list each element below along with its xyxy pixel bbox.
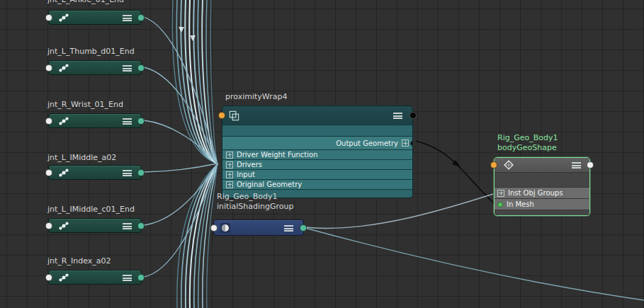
bodygeoshape-node[interactable]: Inst Obj Groups In Mesh bbox=[494, 157, 590, 216]
attr-row-inst-obj-groups[interactable]: Inst Obj Groups bbox=[495, 188, 589, 198]
expand-port-icon[interactable] bbox=[402, 139, 409, 147]
output-port[interactable] bbox=[137, 118, 145, 125]
proximitywrap-node[interactable]: Output Geometry Driver Weight Function D… bbox=[222, 105, 413, 198]
node-label: jnt_L_Ankle_01_End bbox=[47, 0, 124, 5]
deformer-icon bbox=[228, 110, 240, 122]
node-input-port[interactable] bbox=[490, 161, 497, 169]
output-port[interactable] bbox=[137, 64, 145, 72]
menu-icon[interactable] bbox=[393, 113, 402, 119]
attr-row-in-mesh[interactable]: In Mesh bbox=[495, 199, 589, 210]
joint-icon bbox=[58, 13, 69, 23]
node-footer bbox=[495, 210, 589, 215]
input-port[interactable] bbox=[210, 224, 218, 232]
node-label: jnt_R_Index_a02 bbox=[47, 256, 111, 266]
expand-port-icon[interactable] bbox=[226, 181, 233, 188]
joint-node-jnt-l-imiddle-c[interactable] bbox=[48, 218, 142, 233]
input-port[interactable] bbox=[45, 169, 52, 176]
expand-port-icon[interactable] bbox=[226, 161, 233, 169]
node-label: bodyGeoShape bbox=[497, 143, 557, 153]
node-label: Rig_Geo_Body1 bbox=[497, 133, 558, 143]
input-port[interactable] bbox=[45, 118, 52, 125]
expand-port-icon[interactable] bbox=[226, 171, 233, 178]
wire-sg-sweep-offscreen[interactable] bbox=[305, 228, 644, 300]
input-port[interactable] bbox=[45, 14, 52, 21]
attr-row-driver-weight-function[interactable]: Driver Weight Function bbox=[222, 150, 412, 159]
node-label: jnt_R_Wrist_01_End bbox=[47, 100, 123, 110]
joint-output-wires[interactable] bbox=[144, 17, 217, 277]
output-geometry-port[interactable] bbox=[410, 141, 412, 146]
menu-icon[interactable] bbox=[572, 162, 581, 169]
node-output-port[interactable] bbox=[409, 112, 417, 119]
joint-icon bbox=[58, 116, 69, 126]
output-port[interactable] bbox=[300, 224, 307, 232]
joint-node-jnt-l-thumb[interactable] bbox=[48, 60, 142, 75]
joint-icon bbox=[58, 273, 69, 283]
attr-row-output-geometry[interactable]: Output Geometry bbox=[222, 137, 412, 149]
input-port[interactable] bbox=[45, 222, 52, 229]
node-input-port[interactable] bbox=[218, 112, 225, 119]
menu-icon[interactable] bbox=[123, 223, 132, 229]
joint-node-jnt-l-imiddle-a[interactable] bbox=[48, 165, 142, 180]
output-port[interactable] bbox=[137, 274, 145, 281]
mesh-icon bbox=[503, 159, 514, 171]
node-body-strip bbox=[222, 125, 412, 136]
input-port[interactable] bbox=[45, 64, 52, 72]
input-port[interactable] bbox=[45, 274, 52, 281]
node-label: proximityWrap4 bbox=[225, 92, 287, 102]
attr-row-input[interactable]: Input bbox=[222, 170, 412, 179]
wire-bundle-bottom[interactable] bbox=[177, 164, 218, 308]
node-label: jnt_L_Thumb_d01_End bbox=[47, 47, 135, 57]
in-mesh-port[interactable] bbox=[497, 202, 503, 207]
attr-label: Drivers bbox=[237, 161, 262, 169]
menu-icon[interactable] bbox=[123, 15, 132, 21]
node-editor-canvas[interactable]: jnt_L_Ankle_01_End jnt_L_Thumb_d01_End j… bbox=[0, 0, 644, 308]
attr-row-drivers[interactable]: Drivers bbox=[222, 160, 412, 169]
joint-icon bbox=[58, 221, 69, 231]
node-label: initialShadingGroup bbox=[217, 202, 293, 212]
attr-label: Inst Obj Groups bbox=[508, 189, 563, 197]
menu-icon[interactable] bbox=[123, 65, 132, 72]
joint-node-jnt-r-wrist[interactable] bbox=[48, 113, 142, 128]
attr-label: In Mesh bbox=[507, 200, 534, 208]
menu-icon[interactable] bbox=[123, 170, 132, 176]
attr-label: Original Geometry bbox=[237, 181, 302, 188]
output-port[interactable] bbox=[137, 222, 145, 229]
shading-group-node[interactable] bbox=[213, 219, 304, 236]
wire-sg-to-instobjgroups[interactable] bbox=[305, 194, 493, 228]
joint-icon bbox=[58, 168, 69, 178]
expand-port-icon[interactable] bbox=[226, 152, 233, 159]
output-port[interactable] bbox=[137, 14, 145, 21]
joint-node-jnt-l-ankle[interactable] bbox=[48, 10, 142, 25]
joint-icon bbox=[58, 63, 69, 73]
attr-label: Driver Weight Function bbox=[237, 151, 318, 159]
shading-group-icon bbox=[220, 222, 231, 234]
proximitywrap-header[interactable] bbox=[222, 106, 412, 125]
attr-row-original-geometry[interactable]: Original Geometry bbox=[222, 180, 412, 189]
expand-port-icon[interactable] bbox=[497, 190, 504, 197]
attr-label: Input bbox=[237, 171, 255, 178]
menu-icon[interactable] bbox=[284, 225, 293, 232]
attr-label: Output Geometry bbox=[336, 139, 398, 147]
output-port[interactable] bbox=[137, 169, 145, 176]
menu-icon[interactable] bbox=[123, 275, 132, 281]
node-label: jnt_L_IMiddle_a02 bbox=[47, 153, 116, 163]
bodygeoshape-header[interactable] bbox=[495, 158, 589, 172]
node-label: Rig_Geo_Body1 bbox=[217, 192, 277, 202]
node-body-strip bbox=[495, 173, 589, 187]
wire-outputgeometry-to-inmesh[interactable] bbox=[416, 141, 495, 204]
menu-icon[interactable] bbox=[123, 118, 132, 125]
node-output-port[interactable] bbox=[587, 161, 594, 169]
joint-node-jnt-r-index[interactable] bbox=[48, 270, 142, 285]
node-label: jnt_L_IMiddle_c01_End bbox=[47, 205, 135, 215]
